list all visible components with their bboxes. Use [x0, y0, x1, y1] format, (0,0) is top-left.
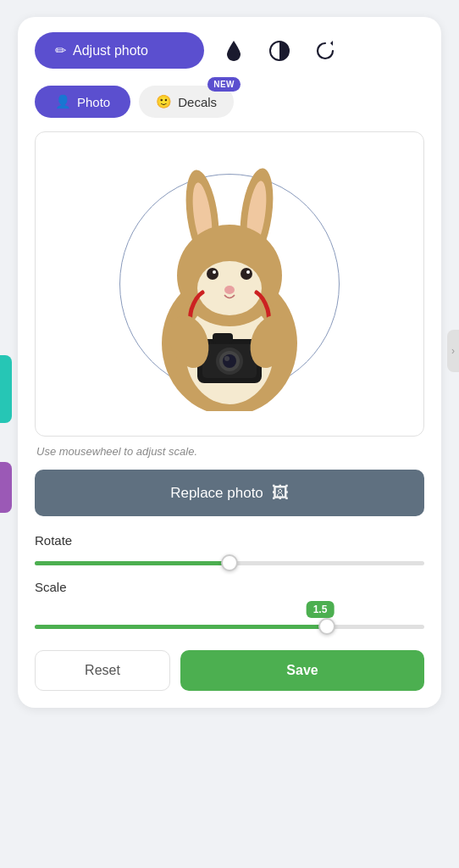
drop-icon[interactable]	[218, 35, 250, 67]
pencil-icon: ✏	[55, 42, 66, 58]
image-icon: 🖼	[272, 483, 289, 503]
scale-section: Scale 1.5	[35, 580, 424, 635]
tab-decals[interactable]: 🙂 Decals NEW	[139, 86, 234, 118]
side-purple-bar	[0, 462, 12, 513]
side-teal-bar	[0, 355, 12, 423]
svg-point-10	[213, 270, 216, 274]
photo-tab-label: Photo	[77, 95, 110, 109]
photo-tab-icon: 👤	[55, 94, 71, 109]
rotate-slider-thumb[interactable]	[221, 554, 238, 571]
tab-row: 👤 Photo 🙂 Decals NEW	[35, 86, 424, 118]
side-right-handle[interactable]: ›	[447, 330, 459, 372]
rotate-slider-fill	[35, 561, 230, 565]
canvas-area[interactable]	[35, 131, 424, 437]
rotate-label: Rotate	[35, 533, 424, 548]
decals-tab-icon: 🙂	[156, 94, 172, 109]
rotate-section: Rotate	[35, 533, 424, 571]
scale-value-badge: 1.5	[307, 601, 335, 618]
new-badge: NEW	[207, 77, 241, 92]
adjust-photo-label: Adjust photo	[73, 43, 148, 58]
contrast-icon[interactable]	[263, 35, 296, 67]
scale-slider-thumb[interactable]: 1.5	[318, 618, 335, 635]
adjust-photo-button[interactable]: ✏ Adjust photo	[35, 32, 204, 69]
svg-point-18	[223, 354, 236, 368]
tab-photo[interactable]: 👤 Photo	[35, 86, 130, 118]
svg-point-19	[224, 356, 230, 361]
svg-rect-20	[213, 333, 233, 343]
scale-slider-fill	[35, 625, 327, 629]
reset-rotation-icon[interactable]	[309, 35, 341, 67]
save-button[interactable]: Save	[180, 650, 424, 691]
rotate-slider-track[interactable]	[35, 554, 424, 571]
main-card: ✏ Adjust photo 👤 Photo 🙂	[18, 17, 441, 708]
bottom-row: Reset Save	[35, 650, 424, 691]
svg-point-11	[241, 268, 252, 280]
scale-label: Scale	[35, 580, 424, 594]
scale-slider-track[interactable]: 1.5	[35, 618, 424, 635]
svg-point-12	[246, 270, 250, 274]
svg-point-9	[207, 268, 218, 280]
decals-tab-label: Decals	[178, 95, 217, 109]
scale-hint: Use mousewheel to adjust scale.	[35, 445, 424, 458]
replace-photo-button[interactable]: Replace photo 🖼	[35, 470, 424, 516]
replace-photo-label: Replace photo	[170, 485, 263, 502]
reset-button[interactable]: Reset	[35, 650, 170, 691]
svg-point-13	[224, 286, 235, 294]
bunny-illustration	[128, 157, 331, 411]
toolbar: ✏ Adjust photo	[35, 32, 424, 69]
